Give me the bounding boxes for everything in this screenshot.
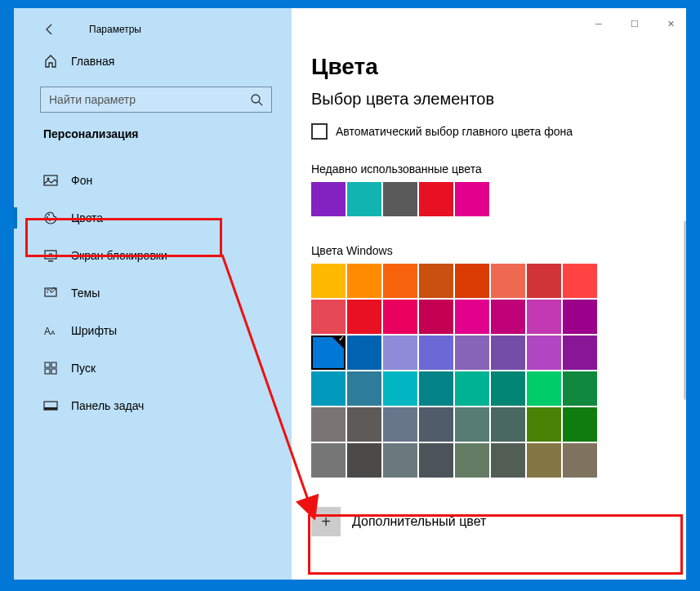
close-button[interactable]: ✕ xyxy=(665,18,676,29)
windows-color-swatch[interactable] xyxy=(527,407,561,442)
back-button[interactable] xyxy=(43,23,56,36)
windows-color-swatch[interactable] xyxy=(383,443,417,478)
windows-color-swatch[interactable] xyxy=(383,371,417,406)
taskbar-icon xyxy=(43,398,58,413)
windows-color-swatch[interactable] xyxy=(527,264,561,298)
windows-color-swatch[interactable] xyxy=(311,264,346,298)
svg-text:A: A xyxy=(44,326,51,337)
sidebar-item-label: Темы xyxy=(71,287,100,300)
sidebar-item-label: Цвета xyxy=(71,211,103,224)
app-title: Параметры xyxy=(89,24,141,35)
svg-rect-7 xyxy=(45,251,56,259)
svg-point-3 xyxy=(47,178,50,180)
windows-color-swatch[interactable] xyxy=(311,300,346,334)
minimize-button[interactable]: ─ xyxy=(593,18,604,29)
scrollbar[interactable] xyxy=(684,220,686,400)
windows-color-swatch[interactable] xyxy=(311,407,346,442)
sidebar-item-start[interactable]: Пуск xyxy=(14,349,292,387)
auto-color-label: Автоматический выбор главного цвета фона xyxy=(336,125,573,138)
windows-color-swatch[interactable] xyxy=(347,300,381,334)
windows-color-swatch[interactable] xyxy=(419,300,453,334)
windows-color-swatch[interactable] xyxy=(383,335,417,370)
windows-color-swatch[interactable] xyxy=(455,335,489,370)
windows-color-swatch[interactable] xyxy=(347,443,381,478)
windows-color-swatch[interactable] xyxy=(455,407,489,442)
windows-color-swatch[interactable] xyxy=(383,300,417,334)
windows-color-swatch[interactable] xyxy=(527,371,561,406)
sidebar-item-label: Экран блокировки xyxy=(71,249,167,262)
windows-color-swatch[interactable] xyxy=(563,443,597,478)
search-box[interactable] xyxy=(40,87,272,113)
fonts-icon: AA xyxy=(43,323,58,338)
windows-color-swatch[interactable] xyxy=(563,264,597,298)
windows-color-swatch[interactable] xyxy=(563,335,597,370)
windows-color-swatch[interactable] xyxy=(347,335,381,370)
windows-color-swatch[interactable] xyxy=(455,443,489,478)
svg-point-5 xyxy=(48,214,50,216)
content-area: ─ ☐ ✕ Цвета Выбор цвета элементов Автома… xyxy=(292,8,686,580)
sidebar-home[interactable]: Главная xyxy=(14,46,292,77)
windows-color-swatch[interactable] xyxy=(419,335,453,370)
sidebar-item-taskbar[interactable]: Панель задач xyxy=(14,387,292,424)
recent-colors-label: Недавно использованные цвета xyxy=(311,162,667,176)
checkbox-icon xyxy=(311,123,328,140)
windows-color-swatch[interactable] xyxy=(383,264,417,298)
windows-color-swatch[interactable] xyxy=(563,300,597,334)
windows-color-swatch[interactable] xyxy=(347,371,381,406)
windows-color-swatch[interactable] xyxy=(563,371,597,406)
windows-color-swatch[interactable] xyxy=(527,300,561,334)
svg-rect-16 xyxy=(51,369,56,374)
sidebar-item-background[interactable]: Фон xyxy=(14,162,292,199)
windows-color-swatch[interactable] xyxy=(311,443,346,478)
settings-window: Параметры Главная Персонализация Фон xyxy=(14,8,686,580)
recent-color-swatch[interactable] xyxy=(347,182,381,216)
recent-color-swatch[interactable] xyxy=(455,182,489,216)
windows-color-swatch[interactable] xyxy=(347,407,381,442)
windows-color-swatch[interactable] xyxy=(491,264,525,298)
recent-colors-row xyxy=(311,182,667,216)
windows-color-swatch[interactable] xyxy=(563,407,597,442)
windows-color-swatch[interactable] xyxy=(419,371,453,406)
windows-color-swatch[interactable] xyxy=(455,300,489,334)
start-icon xyxy=(43,361,58,375)
windows-color-swatch[interactable] xyxy=(383,407,417,442)
sidebar-item-themes[interactable]: Темы xyxy=(14,274,292,312)
windows-color-swatch[interactable] xyxy=(527,443,561,478)
windows-color-swatch[interactable] xyxy=(419,407,453,442)
recent-color-swatch[interactable] xyxy=(419,182,453,216)
windows-color-swatch[interactable] xyxy=(311,371,346,406)
sidebar-item-label: Шрифты xyxy=(71,324,117,337)
windows-color-swatch[interactable] xyxy=(455,264,489,298)
windows-color-swatch[interactable] xyxy=(419,264,453,298)
windows-color-swatch[interactable] xyxy=(491,407,525,442)
search-input[interactable] xyxy=(49,93,250,106)
sidebar-item-lockscreen[interactable]: Экран блокировки xyxy=(14,237,292,274)
windows-color-swatch[interactable] xyxy=(419,443,453,478)
svg-text:A: A xyxy=(51,329,56,336)
lockscreen-icon xyxy=(43,248,58,263)
sidebar-item-fonts[interactable]: AA Шрифты xyxy=(14,312,292,349)
maximize-button[interactable]: ☐ xyxy=(629,18,640,29)
windows-color-swatch[interactable] xyxy=(311,335,346,370)
windows-color-swatch[interactable] xyxy=(347,264,381,298)
recent-color-swatch[interactable] xyxy=(311,182,346,216)
sidebar-item-colors[interactable]: Цвета xyxy=(14,199,292,237)
windows-color-swatch[interactable] xyxy=(491,335,525,370)
plus-icon: + xyxy=(311,507,341,536)
auto-color-checkbox[interactable]: Автоматический выбор главного цвета фона xyxy=(311,123,667,140)
custom-color-button[interactable]: + Дополнительный цвет xyxy=(311,499,667,544)
windows-color-swatch[interactable] xyxy=(491,300,525,334)
home-icon xyxy=(43,54,58,69)
windows-color-swatch[interactable] xyxy=(491,371,525,406)
svg-point-4 xyxy=(47,216,48,218)
recent-color-swatch[interactable] xyxy=(383,182,417,216)
windows-color-swatch[interactable] xyxy=(491,443,525,478)
page-subtitle: Выбор цвета элементов xyxy=(311,90,667,109)
windows-color-swatch[interactable] xyxy=(527,335,561,370)
window-controls: ─ ☐ ✕ xyxy=(593,18,676,29)
sidebar-item-label: Пуск xyxy=(71,362,96,375)
palette-icon xyxy=(43,211,58,225)
windows-color-swatch[interactable] xyxy=(455,371,489,406)
sidebar-item-label: Панель задач xyxy=(71,399,144,412)
windows-colors-grid xyxy=(311,264,600,478)
